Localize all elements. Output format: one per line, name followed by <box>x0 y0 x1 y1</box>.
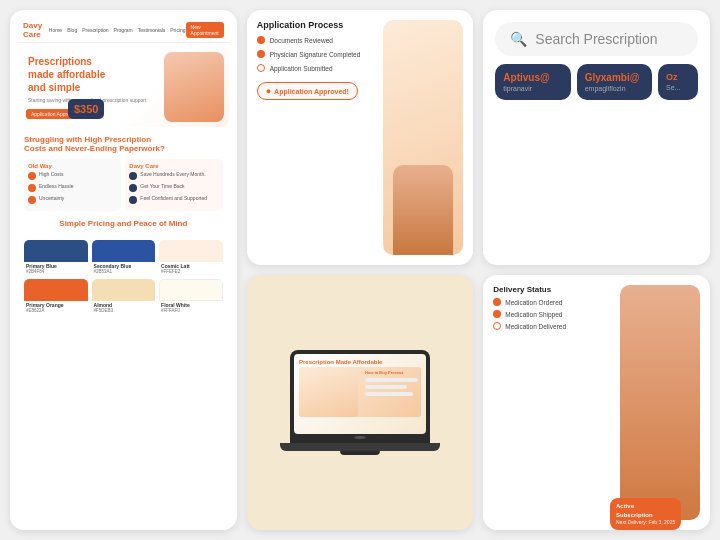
badge-date: Next Delivery: Feb 3, 2025 <box>616 519 675 526</box>
approved-badge: ● Application Approved! <box>257 82 358 100</box>
nav-cta-button[interactable]: New Appointment <box>186 22 224 38</box>
delivery-person-silhouette <box>620 285 700 520</box>
swatch-hex-3: #FFEFE2 <box>159 269 223 275</box>
davy-item-1: Save Hundreds Every Month. <box>129 171 218 180</box>
davy-item-text-3: Feel Confident and Supported <box>140 195 207 202</box>
old-way-title: Old Way <box>28 163 117 169</box>
swatch-floral: Floral White #FFFAF0 <box>159 279 223 314</box>
drug-cards-row: Aptivus@ tipranavir Glyxambi@ empagliflo… <box>495 64 698 100</box>
davy-bullet-3 <box>129 196 137 204</box>
search-icon: 🔍 <box>509 30 527 48</box>
swatch-primary-orange: Primary Orange #E8622A <box>24 279 88 314</box>
nav-link-pricing: Pricing <box>170 27 185 33</box>
app-process-content: Application Process Documents Reviewed P… <box>257 20 376 255</box>
davy-item-text-1: Save Hundreds Every Month. <box>140 171 205 178</box>
drug-generic-3: Se... <box>666 84 690 91</box>
pricing-section: Simple Pricing and Peace of Mind <box>18 215 229 232</box>
delivery-title: Delivery Status <box>493 285 612 294</box>
approved-badge-label: Application Approved! <box>274 88 349 95</box>
nav-link-blog: Blog <box>67 27 77 33</box>
badge-sub: Subscription <box>616 511 675 519</box>
davy-way-title: Davy Care <box>129 163 218 169</box>
bullet-icon-1 <box>28 172 36 180</box>
swatch-cosmic: Cosmic Latt #FFEFE2 <box>159 240 223 275</box>
step-text-2: Physician Signature Completed <box>270 51 361 58</box>
old-item-3: Uncertainty <box>28 195 117 204</box>
old-item-text-3: Uncertainty <box>39 195 64 202</box>
delivery-text-1: Medication Ordered <box>505 299 562 306</box>
swatch-label-1: Primary Blue <box>24 262 88 269</box>
drug-name-1: Aptivus@ <box>503 72 562 83</box>
hero-section: Prescriptions made affordable and simple… <box>18 47 229 127</box>
screen-sub-label: How to Buy Process <box>365 370 418 375</box>
swatch-hex-6: #FFFAF0 <box>159 308 223 314</box>
bullet-icon-3 <box>28 196 36 204</box>
website-logo: Davy Care <box>23 21 49 39</box>
step-text-1: Documents Reviewed <box>270 37 333 44</box>
drug-card-aptivus[interactable]: Aptivus@ tipranavir <box>495 64 570 100</box>
hero-image <box>164 52 224 122</box>
bullet-icon-2 <box>28 184 36 192</box>
color-palette-section: Primary Blue #2B4F84 Secondary Blue #2B5… <box>18 236 229 318</box>
laptop-screen-title: Prescription Made Affordable <box>299 359 421 365</box>
step-text-3: Application Submitted <box>270 65 333 72</box>
delivery-step-3: Medication Delivered <box>493 322 612 330</box>
swatch-label-3: Cosmic Latt <box>159 262 223 269</box>
drug-card-glyxambi[interactable]: Glyxambi@ empagliflozin <box>577 64 652 100</box>
davy-item-text-2: Get Your Time Back <box>140 183 184 190</box>
search-placeholder: Search Prescription <box>535 31 657 47</box>
delivery-step-1: Medication Ordered <box>493 298 612 306</box>
laptop-container: Prescription Made Affordable How to Buy … <box>280 350 440 455</box>
swatch-label-4: Primary Orange <box>24 301 88 308</box>
davy-bullet-1 <box>129 172 137 180</box>
step-dot-3 <box>257 64 265 72</box>
laptop-screen: Prescription Made Affordable How to Buy … <box>294 354 426 434</box>
nav-link-program: Program <box>114 27 133 33</box>
laptop-notch <box>340 451 380 455</box>
old-item-text-1: High Costs <box>39 171 63 178</box>
swatch-primary-blue: Primary Blue #2B4F84 <box>24 240 88 275</box>
comparison-grid: Old Way High Costs Endless Hassle Uncert… <box>18 159 229 211</box>
old-item-text-2: Endless Hassle <box>39 183 73 190</box>
laptop-camera <box>354 436 366 439</box>
nav-link-testimonials: Testimonials <box>138 27 166 33</box>
nav-link-prescription: Prescription <box>82 27 108 33</box>
app-step-2: Physician Signature Completed <box>257 50 376 58</box>
laptop-mockup-panel: Prescription Made Affordable How to Buy … <box>247 275 474 530</box>
swatch-label-6: Floral White <box>159 301 223 308</box>
website-mockup-panel: Davy Care Home Blog Prescription Program… <box>10 10 237 530</box>
swatch-hex-5: #F5DEB3 <box>92 308 156 314</box>
swatch-almond: Almond #F5DEB3 <box>92 279 156 314</box>
search-bar[interactable]: 🔍 Search Prescription <box>495 22 698 56</box>
swatch-label-2: Secondary Blue <box>92 262 156 269</box>
davy-way-column: Davy Care Save Hundreds Every Month. Get… <box>125 159 222 211</box>
drug-name-2: Glyxambi@ <box>585 72 644 83</box>
app-process-title: Application Process <box>257 20 376 30</box>
swatch-hex-4: #E8622A <box>24 308 88 314</box>
app-person-image <box>383 20 463 255</box>
step-dot-2 <box>257 50 265 58</box>
davy-bullet-2 <box>129 184 137 192</box>
old-item-1: High Costs <box>28 171 117 180</box>
delivery-person-image: Active Subscription Next Delivery: Feb 3… <box>620 285 700 520</box>
delivery-dot-3 <box>493 322 501 330</box>
application-process-panel: Application Process Documents Reviewed P… <box>247 10 474 265</box>
swatch-hex-1: #2B4F84 <box>24 269 88 275</box>
drug-card-partial[interactable]: Oz Se... <box>658 64 698 100</box>
app-step-3: Application Submitted <box>257 64 376 72</box>
nav-link-home: Home <box>49 27 62 33</box>
swatch-hex-2: #2B53A1 <box>92 269 156 275</box>
drug-generic-1: tipranavir <box>503 85 562 92</box>
savings-card: $350 <box>68 99 104 119</box>
section-heading: Struggling with High Prescription Costs … <box>18 131 229 155</box>
delivery-dot-2 <box>493 310 501 318</box>
old-item-2: Endless Hassle <box>28 183 117 192</box>
drug-generic-2: empagliflozin <box>585 85 644 92</box>
laptop-body: Prescription Made Affordable How to Buy … <box>290 350 430 443</box>
laptop-base <box>280 443 440 451</box>
drug-name-3: Oz <box>666 72 690 82</box>
delivery-text-2: Medication Shipped <box>505 311 562 318</box>
savings-amount: $350 <box>74 103 98 115</box>
app-step-1: Documents Reviewed <box>257 36 376 44</box>
laptop-screen-image: How to Buy Process <box>299 367 421 417</box>
